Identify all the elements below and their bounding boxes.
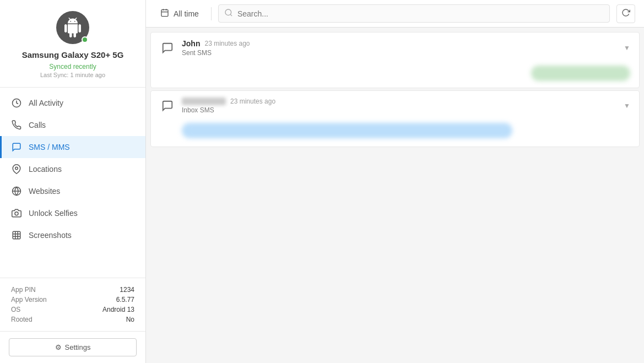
nav-label-calls: Calls <box>29 121 46 129</box>
location-icon <box>11 164 22 175</box>
refresh-button[interactable] <box>616 4 635 23</box>
message-type: Sent SMS <box>182 49 617 57</box>
expand-icon[interactable]: ▼ <box>624 102 630 110</box>
settings-button[interactable]: ⚙ Settings <box>9 338 137 356</box>
screenshot-icon <box>11 230 22 241</box>
nav-label-sms-mms: SMS / MMS <box>29 143 70 151</box>
messages-area: John 23 minutes ago Sent SMS ▼ <box>146 28 644 363</box>
svg-line-15 <box>230 14 232 16</box>
sidebar-item-all-activity[interactable]: All Activity <box>0 92 145 114</box>
nav-label-screenshots: Screenshots <box>29 231 72 240</box>
time-filter-button[interactable]: All time <box>155 5 204 22</box>
message-card: John 23 minutes ago Sent SMS ▼ <box>150 32 640 88</box>
message-type: Inbox SMS <box>182 106 617 114</box>
sender-row: 23 minutes ago <box>182 97 617 105</box>
search-box[interactable] <box>218 4 610 23</box>
os-label: OS <box>11 306 20 313</box>
sidebar-item-screenshots[interactable]: Screenshots <box>0 224 145 246</box>
main-content: All time <box>146 0 644 363</box>
os-value: Android 13 <box>102 306 134 313</box>
sidebar-item-unlock-selfies[interactable]: Unlock Selfies <box>0 202 145 224</box>
message-bubble-inbox <box>182 123 512 138</box>
message-details: 23 minutes ago Inbox SMS <box>182 97 617 114</box>
svg-rect-5 <box>13 231 20 239</box>
app-version-value: 6.5.77 <box>116 296 134 304</box>
sms-icon <box>160 98 175 113</box>
device-avatar <box>56 11 89 44</box>
app-pin-value: 1234 <box>120 286 134 294</box>
message-time: 23 minutes ago <box>204 40 250 47</box>
last-sync-time: Last Sync: 1 minute ago <box>9 72 137 78</box>
message-card: 23 minutes ago Inbox SMS ▼ <box>150 90 640 147</box>
search-icon <box>224 8 233 19</box>
online-indicator <box>82 36 88 43</box>
meta-os: OS Android 13 <box>11 306 134 313</box>
nav-list: All Activity Calls SMS / MMS <box>0 88 145 279</box>
message-time: 23 minutes ago <box>230 97 275 105</box>
expand-icon[interactable]: ▼ <box>624 44 630 52</box>
sidebar-item-calls[interactable]: Calls <box>0 114 145 136</box>
settings-label: Settings <box>65 343 91 351</box>
sync-status: Synced recently <box>9 63 137 71</box>
chat-icon <box>11 142 22 153</box>
nav-label-websites: Websites <box>29 187 60 196</box>
nav-label-unlock-selfies: Unlock Selfies <box>29 209 78 218</box>
camera-icon <box>11 208 22 219</box>
message-bubble-row <box>151 63 639 88</box>
sidebar-item-websites[interactable]: Websites <box>0 180 145 202</box>
calendar-icon <box>160 8 169 19</box>
nav-label-locations: Locations <box>29 165 62 174</box>
meta-rooted: Rooted No <box>11 316 134 323</box>
android-icon <box>63 18 83 37</box>
message-details: John 23 minutes ago Sent SMS <box>182 39 617 57</box>
settings-gear-icon: ⚙ <box>55 343 62 351</box>
message-header: 23 minutes ago Inbox SMS ▼ <box>151 91 639 121</box>
sidebar-item-sms-mms[interactable]: SMS / MMS <box>0 136 145 158</box>
meta-app-version: App Version 6.5.77 <box>11 296 134 304</box>
message-header: John 23 minutes ago Sent SMS ▼ <box>151 32 639 63</box>
rooted-value: No <box>126 316 134 323</box>
app-version-label: App Version <box>11 296 47 304</box>
toolbar: All time <box>146 0 644 28</box>
refresh-icon <box>621 8 630 19</box>
svg-rect-10 <box>161 10 168 17</box>
message-sender: John <box>182 39 200 48</box>
device-info: Samsung Galaxy S20+ 5G Synced recently L… <box>0 0 145 88</box>
sidebar-item-locations[interactable]: Locations <box>0 158 145 180</box>
nav-label-all-activity: All Activity <box>29 99 63 107</box>
app-pin-label: App PIN <box>11 286 36 294</box>
message-bubble-sent <box>531 66 630 81</box>
svg-point-14 <box>225 9 231 15</box>
search-input[interactable] <box>237 9 604 18</box>
globe-icon <box>11 186 22 197</box>
message-bubble-row <box>151 121 639 147</box>
sender-row: John 23 minutes ago <box>182 39 617 48</box>
phone-icon <box>11 120 22 131</box>
time-filter-label: All time <box>174 9 199 18</box>
svg-point-1 <box>15 167 18 170</box>
sidebar: Samsung Galaxy S20+ 5G Synced recently L… <box>0 0 146 363</box>
rooted-label: Rooted <box>11 316 33 323</box>
message-sender-blurred <box>182 97 226 105</box>
device-meta: App PIN 1234 App Version 6.5.77 OS Andro… <box>0 278 145 332</box>
sms-icon <box>160 40 175 56</box>
toolbar-divider <box>211 7 212 20</box>
clock-icon <box>11 97 22 109</box>
device-name: Samsung Galaxy S20+ 5G <box>9 50 137 61</box>
meta-app-pin: App PIN 1234 <box>11 286 134 294</box>
svg-point-4 <box>15 212 18 215</box>
